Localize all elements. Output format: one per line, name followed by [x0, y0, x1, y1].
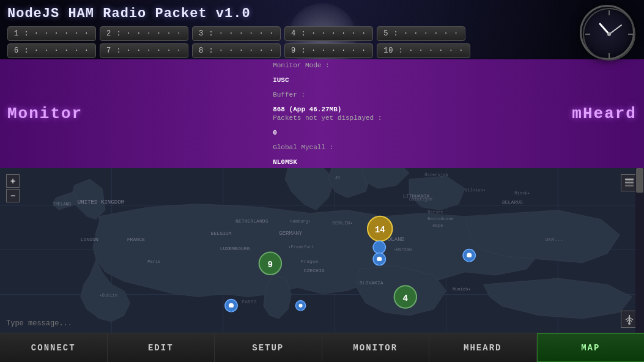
svg-point-20	[607, 32, 611, 36]
svg-text:BERLIN•: BERLIN•	[332, 220, 353, 226]
svg-point-68	[377, 257, 382, 262]
svg-text:Ostsee: Ostsee	[427, 210, 443, 215]
svg-line-18	[609, 25, 621, 34]
svg-text:CZECHIA: CZECHIA	[304, 268, 325, 273]
svg-text:NETHERLANDS: NETHERLANDS	[235, 218, 268, 224]
map-svg: UNITED KINGDOM IRELAND LONDON Paris FRAN…	[0, 168, 644, 333]
svg-text:море: море	[432, 223, 443, 228]
svg-text:IRELAND: IRELAND	[53, 202, 71, 207]
zoom-out-button[interactable]: −	[6, 189, 20, 202]
svg-text:14: 14	[375, 225, 386, 235]
svg-point-87	[628, 322, 631, 325]
svg-text:UNITED KINGDOM: UNITED KINGDOM	[78, 199, 125, 205]
zoom-in-button[interactable]: +	[6, 174, 20, 188]
svg-text:Hamburg•: Hamburg•	[290, 219, 311, 224]
svg-point-77	[298, 304, 302, 308]
monitor-mode-val: IUSC	[273, 76, 382, 84]
svg-text:Балтийское: Балтийское	[427, 216, 453, 221]
svg-rect-81	[625, 185, 634, 187]
svg-text:BELGIUM: BELGIUM	[211, 231, 232, 236]
svg-point-71	[467, 253, 472, 258]
preset-row-1: 1 : · · · · · · 2 : · · · · · · 3 : · · …	[7, 26, 637, 41]
svg-text:PARIS: PARIS	[242, 299, 256, 305]
svg-text:Minsk•: Minsk•	[514, 191, 530, 196]
bottom-toolbar: CONNECT EDIT SETUP MONITOR MHEARD MAP	[0, 333, 644, 362]
svg-point-74	[229, 303, 234, 308]
svg-text:UKR...: UKR...	[546, 237, 563, 242]
preset-btn-5[interactable]: 5 : · · · · · ·	[377, 26, 465, 41]
monitor-label: Monitor	[7, 105, 83, 123]
preset-btn-2[interactable]: 2 : · · · · · ·	[100, 26, 188, 41]
clock	[580, 5, 635, 60]
connect-button[interactable]: CONNECT	[0, 333, 108, 362]
svg-text:FRANCE: FRANCE	[127, 237, 145, 242]
svg-text:Östersjon: Östersjon	[424, 172, 448, 177]
mycall-val: NL0MSK	[273, 158, 382, 166]
setup-button[interactable]: SETUP	[215, 333, 322, 362]
scrollbar-thumb[interactable]	[636, 168, 643, 193]
svg-text:9: 9	[268, 260, 273, 270]
layers-icon	[624, 177, 635, 188]
app-title: NodeJS HAM Radio Packet v1.0	[7, 6, 251, 21]
map-controls: + −	[6, 174, 20, 202]
svg-text:JO: JO	[335, 175, 339, 180]
monitor-info: Monitor Mode : IUSC Buffer : 868 (App 46…	[273, 62, 382, 166]
svg-rect-80	[625, 182, 634, 183]
svg-text:LONDON: LONDON	[81, 237, 98, 242]
monitor-mode-key: Monitor Mode :	[273, 62, 382, 69]
preset-area: 1 : · · · · · · 2 : · · · · · · 3 : · · …	[0, 25, 644, 59]
edit-button[interactable]: EDIT	[108, 333, 215, 362]
monitor-bar: Monitor Monitor Mode : IUSC Buffer : 868…	[0, 59, 644, 168]
preset-btn-1[interactable]: 1 : · · · · · ·	[7, 26, 96, 41]
preset-btn-4[interactable]: 4 : · · · · · ·	[284, 26, 373, 41]
svg-text:4: 4	[403, 294, 409, 303]
svg-text:•Frankfurt: •Frankfurt	[288, 245, 314, 249]
svg-text:Östersjön: Östersjön	[409, 197, 432, 202]
svg-text:BELARUS: BELARUS	[502, 199, 523, 205]
preset-btn-7[interactable]: 7 : · · · · · ·	[100, 43, 188, 58]
svg-text:GERMANY: GERMANY	[279, 230, 303, 237]
svg-text:•Dublin: •Dublin	[99, 294, 117, 298]
preset-btn-6[interactable]: 6 : · · · · · ·	[7, 43, 96, 58]
svg-text:•Warsaw: •Warsaw	[394, 248, 412, 253]
mheard-button[interactable]: MHEARD	[429, 333, 537, 362]
buffer-val: 868 (App 46.27MB)	[273, 106, 382, 113]
packets-val: 0	[273, 129, 382, 136]
map-area[interactable]: UNITED KINGDOM IRELAND LONDON Paris FRAN…	[0, 168, 644, 333]
map-button[interactable]: MAP	[537, 333, 645, 362]
svg-text:LUXEMBOURG: LUXEMBOURG	[220, 246, 250, 252]
packets-key: Packets not yet displayed :	[273, 114, 382, 122]
svg-text:Vilnius•: Vilnius•	[465, 188, 486, 193]
map-scrollbar[interactable]	[635, 168, 644, 333]
mheard-label: mHeard	[572, 105, 637, 123]
svg-rect-79	[625, 179, 634, 180]
antenna-icon	[624, 314, 635, 325]
preset-btn-3[interactable]: 3 : · · · · · ·	[192, 26, 281, 41]
preset-btn-8[interactable]: 8 : · · · · · ·	[192, 43, 281, 58]
svg-text:SLOVAKIA: SLOVAKIA	[360, 280, 383, 286]
preset-btn-9[interactable]: 9 : · · · · · ·	[284, 43, 373, 58]
message-input[interactable]	[6, 319, 128, 328]
preset-row-2: 6 : · · · · · · 7 : · · · · · · 8 : · · …	[7, 43, 637, 58]
monitor-button[interactable]: MONITOR	[322, 333, 430, 362]
svg-text:Paris: Paris	[147, 259, 160, 264]
map-container[interactable]: UNITED KINGDOM IRELAND LONDON Paris FRAN…	[0, 168, 644, 333]
buffer-key: Buffer :	[273, 91, 382, 98]
preset-btn-10[interactable]: 10 : · · · · · ·	[377, 43, 470, 58]
svg-text:Prague: Prague	[301, 259, 319, 264]
svg-text:Munich•: Munich•	[453, 287, 471, 292]
mycall-key: Global Mycall :	[273, 144, 382, 151]
svg-line-19	[600, 24, 609, 34]
